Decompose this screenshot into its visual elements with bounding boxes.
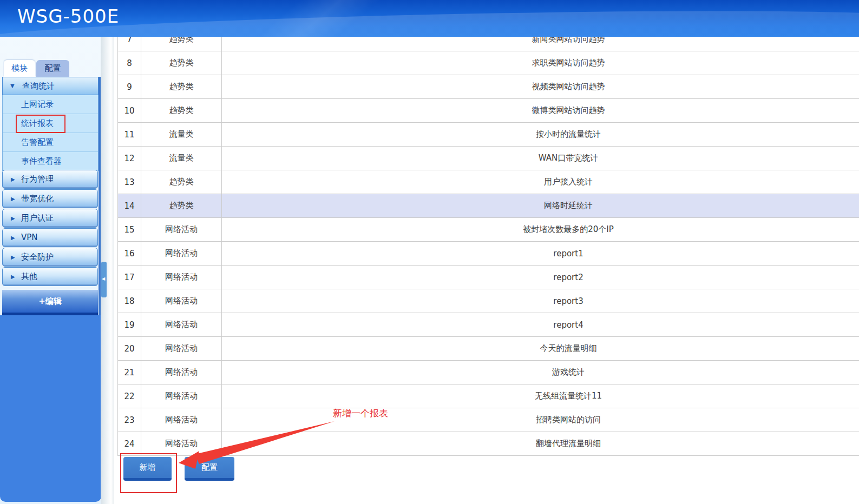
row-number-cell: 24 <box>118 432 141 456</box>
row-category-cell: 网络活动 <box>141 361 222 384</box>
sidebar-group-collapsed[interactable]: ▶ 安全防护 <box>2 248 98 267</box>
row-number-cell: 13 <box>118 170 141 194</box>
row-number-cell: 17 <box>118 266 141 289</box>
row-name-cell: 招聘类网站的访问 <box>222 408 859 432</box>
row-number-cell: 15 <box>118 218 141 242</box>
chevron-down-icon: ▼ <box>10 77 15 95</box>
sidebar-item-list: 上网记录统计报表告警配置事件查看器 <box>2 95 99 171</box>
row-name-cell: 被封堵次数最多的20个IP <box>222 218 859 242</box>
sidebar-background-fill <box>0 315 101 502</box>
chevron-right-icon: ▶ <box>11 209 15 227</box>
row-number-cell: 8 <box>118 51 141 75</box>
main-content: 7 趋势类 新闻类网站访问趋势 8 趋势类 求职类网站访问趋势 9 趋势类 视频… <box>114 37 859 504</box>
table-row[interactable]: 7 趋势类 新闻类网站访问趋势 <box>118 37 859 51</box>
table-row[interactable]: 22 网络活动 无线组流量统计11 <box>118 384 859 408</box>
sidebar-group-label: 行为管理 <box>21 174 54 184</box>
sidebar-group-collapsed[interactable]: ▶ 带宽优化 <box>2 189 98 208</box>
row-category-cell: 网络活动 <box>141 242 222 266</box>
row-number-cell: 21 <box>118 361 141 384</box>
sidebar-group-query-stats[interactable]: ▼ 查询统计 <box>2 77 99 95</box>
table-row[interactable]: 8 趋势类 求职类网站访问趋势 <box>118 51 859 75</box>
row-number-cell: 18 <box>118 289 141 313</box>
table-row[interactable]: 20 网络活动 今天的流量明细 <box>118 337 859 361</box>
row-number-cell: 9 <box>118 75 141 99</box>
table-row[interactable]: 19 网络活动 report4 <box>118 313 859 337</box>
sidebar-group-collapsed[interactable]: ▶ VPN <box>2 228 98 247</box>
table-row[interactable]: 15 网络活动 被封堵次数最多的20个IP <box>118 218 859 242</box>
sidebar-group-label: 带宽优化 <box>21 194 54 203</box>
report-table: 7 趋势类 新闻类网站访问趋势 8 趋势类 求职类网站访问趋势 9 趋势类 视频… <box>117 37 859 456</box>
row-category-cell: 网络活动 <box>141 432 222 456</box>
header-wave-decoration <box>118 0 531 37</box>
row-category-cell: 趋势类 <box>141 75 222 99</box>
table-row[interactable]: 24 网络活动 翻墙代理流量明细 <box>118 432 859 456</box>
row-category-cell: 网络活动 <box>141 384 222 408</box>
table-row[interactable]: 13 趋势类 用户接入统计 <box>118 170 859 194</box>
sidebar-group-label: 查询统计 <box>22 81 55 91</box>
sidebar-group-label: 安全防护 <box>21 252 54 262</box>
add-report-button[interactable]: 新增 <box>123 457 172 481</box>
sidebar-item-2[interactable]: 统计报表 <box>3 114 98 133</box>
row-category-cell: 趋势类 <box>141 51 222 75</box>
row-category-cell: 趋势类 <box>141 194 222 218</box>
sidebar-item-4[interactable]: 事件查看器 <box>3 152 98 171</box>
table-row[interactable]: 12 流量类 WAN口带宽统计 <box>118 147 859 170</box>
row-name-cell: WAN口带宽统计 <box>222 147 859 170</box>
sidebar-item-3[interactable]: 告警配置 <box>3 133 98 152</box>
table-row[interactable]: 10 趋势类 微博类网站访问趋势 <box>118 99 859 123</box>
table-row[interactable]: 18 网络活动 report3 <box>118 289 859 313</box>
row-number-cell: 23 <box>118 408 141 432</box>
table-row[interactable]: 21 网络活动 游戏统计 <box>118 361 859 384</box>
row-name-cell: report4 <box>222 313 859 337</box>
table-row[interactable]: 23 网络活动 招聘类网站的访问 <box>118 408 859 432</box>
app-title: WSG-500E <box>17 5 119 27</box>
row-category-cell: 网络活动 <box>141 337 222 361</box>
row-category-cell: 网络活动 <box>141 218 222 242</box>
edit-button[interactable]: +编辑 <box>2 290 98 315</box>
row-name-cell: report2 <box>222 266 859 289</box>
row-category-cell: 流量类 <box>141 123 222 147</box>
sidebar-group-label: 其他 <box>21 271 37 281</box>
chevron-right-icon: ▶ <box>11 170 15 188</box>
chevron-right-icon: ▶ <box>11 190 15 208</box>
row-category-cell: 网络活动 <box>141 266 222 289</box>
table-row[interactable]: 11 流量类 按小时的流量统计 <box>118 123 859 147</box>
row-name-cell: 今天的流量明细 <box>222 337 859 361</box>
row-name-cell: 新闻类网站访问趋势 <box>222 37 859 51</box>
row-category-cell: 网络活动 <box>141 408 222 432</box>
config-report-button[interactable]: 配置 <box>185 457 234 481</box>
row-category-cell: 趋势类 <box>141 170 222 194</box>
tab-config[interactable]: 配置 <box>36 60 69 77</box>
sidebar-group-collapsed[interactable]: ▶ 其他 <box>2 267 98 286</box>
row-category-cell: 网络活动 <box>141 289 222 313</box>
collapse-left-icon: ◀ <box>102 276 105 281</box>
sidebar-group-collapsed[interactable]: ▶ 用户认证 <box>2 209 98 228</box>
row-number-cell: 22 <box>118 384 141 408</box>
row-name-cell: 按小时的流量统计 <box>222 123 859 147</box>
table-row[interactable]: 17 网络活动 report2 <box>118 266 859 289</box>
row-number-cell: 16 <box>118 242 141 266</box>
row-number-cell: 10 <box>118 99 141 123</box>
row-number-cell: 19 <box>118 313 141 337</box>
row-name-cell: 翻墙代理流量明细 <box>222 432 859 456</box>
tab-modules[interactable]: 模块 <box>4 60 35 77</box>
app-header: WSG-500E <box>0 0 859 37</box>
row-number-cell: 11 <box>118 123 141 147</box>
row-category-cell: 趋势类 <box>141 99 222 123</box>
table-row[interactable]: 9 趋势类 视频类网站访问趋势 <box>118 75 859 99</box>
chevron-right-icon: ▶ <box>11 268 15 286</box>
sidebar-item-1[interactable]: 上网记录 <box>3 95 98 114</box>
row-category-cell: 趋势类 <box>141 37 222 51</box>
row-name-cell: report3 <box>222 289 859 313</box>
sidebar-collapse-handle[interactable]: ◀ <box>101 262 107 297</box>
row-name-cell: 网络时延统计 <box>222 194 859 218</box>
row-name-cell: 微博类网站访问趋势 <box>222 99 859 123</box>
sidebar: 模块 配置 ▼ 查询统计 上网记录统计报表告警配置事件查看器 ▶ 行为管理 ▶ … <box>0 37 101 504</box>
sidebar-group-collapsed[interactable]: ▶ 行为管理 <box>2 170 98 189</box>
row-number-cell: 12 <box>118 147 141 170</box>
table-row[interactable]: 16 网络活动 report1 <box>118 242 859 266</box>
table-row[interactable]: 14 趋势类 网络时延统计 <box>118 194 859 218</box>
sidebar-group-label: VPN <box>21 233 38 242</box>
row-name-cell: report1 <box>222 242 859 266</box>
row-category-cell: 网络活动 <box>141 313 222 337</box>
